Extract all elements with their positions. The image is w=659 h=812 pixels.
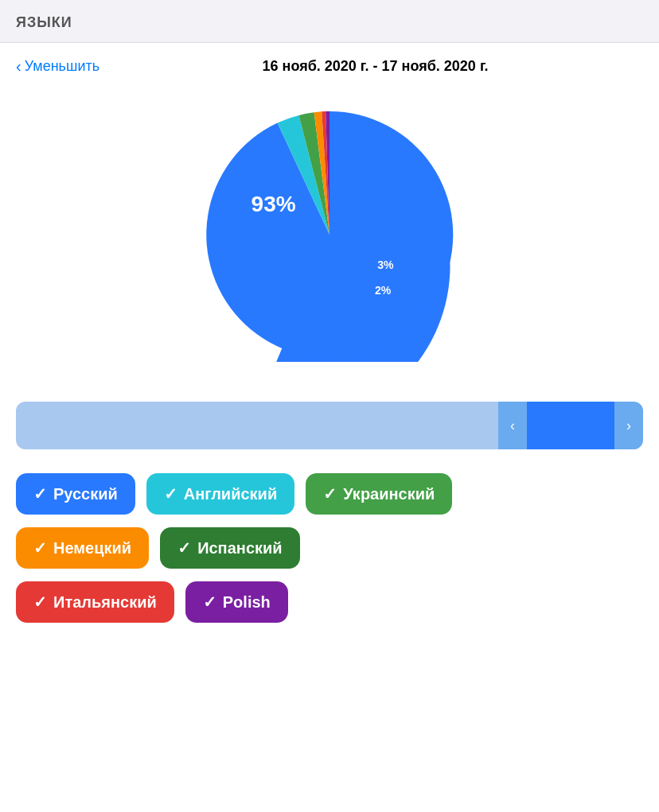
chevron-right-scroll-icon: › [626, 418, 631, 434]
scrollbar-thumb-area: ‹ › [498, 402, 643, 449]
checkmark-russian: ✓ [33, 484, 47, 503]
tag-label-italian: Итальянский [53, 593, 157, 612]
header: ЯЗЫКИ [0, 0, 659, 43]
tag-russian[interactable]: ✓ Русский [16, 473, 135, 515]
tags-section: ✓ Русский ✓ Английский ✓ Украинский ✓ Не… [0, 457, 659, 659]
chevron-left-icon: ‹ [16, 57, 21, 76]
tag-label-german: Немецкий [53, 539, 131, 558]
checkmark-italian: ✓ [33, 592, 47, 612]
tag-label-spanish: Испанский [197, 539, 283, 558]
tag-polish[interactable]: ✓ Polish [185, 581, 288, 623]
nav-row: ‹ Уменьшить 16 нояб. 2020 г. - 17 нояб. … [0, 43, 659, 84]
tags-row-3: ✓ Итальянский ✓ Polish [16, 581, 643, 623]
tag-german[interactable]: ✓ Немецкий [16, 527, 149, 569]
chevron-left-scroll-icon: ‹ [510, 418, 515, 434]
tag-label-russian: Русский [53, 485, 118, 503]
tag-english[interactable]: ✓ Английский [146, 473, 294, 515]
date-range: 16 нояб. 2020 г. - 17 нояб. 2020 г. [107, 58, 643, 75]
chart-container: 93% 3% 2% [0, 84, 659, 378]
pie-svg [202, 107, 457, 362]
back-label: Уменьшить [25, 58, 99, 75]
scrollbar-area[interactable]: ‹ › [16, 402, 643, 449]
checkmark-german: ✓ [33, 538, 47, 558]
tags-row-2: ✓ Немецкий ✓ Испанский [16, 527, 643, 569]
tag-label-ukrainian: Украинский [343, 485, 435, 503]
pie-segment-russian [206, 111, 453, 358]
checkmark-spanish: ✓ [177, 538, 191, 558]
checkmark-ukrainian: ✓ [323, 484, 337, 503]
pie-label-2: 2% [375, 284, 391, 297]
tag-label-english: Английский [184, 485, 277, 503]
tag-label-polish: Polish [223, 593, 271, 612]
back-button[interactable]: ‹ Уменьшить [16, 57, 99, 76]
scroll-thumb[interactable] [527, 402, 614, 449]
checkmark-polish: ✓ [203, 592, 216, 612]
scroll-right-button[interactable]: › [614, 402, 643, 449]
pie-label-3: 3% [377, 258, 393, 271]
tag-ukrainian[interactable]: ✓ Украинский [306, 473, 452, 515]
tag-spanish[interactable]: ✓ Испанский [160, 527, 300, 569]
page-title: ЯЗЫКИ [16, 14, 72, 30]
checkmark-english: ✓ [164, 484, 177, 503]
tags-row-1: ✓ Русский ✓ Английский ✓ Украинский [16, 473, 643, 515]
scroll-left-button[interactable]: ‹ [498, 402, 527, 449]
tag-italian[interactable]: ✓ Итальянский [16, 581, 174, 623]
pie-label-93: 93% [252, 192, 296, 217]
pie-chart: 93% 3% 2% [202, 107, 457, 362]
